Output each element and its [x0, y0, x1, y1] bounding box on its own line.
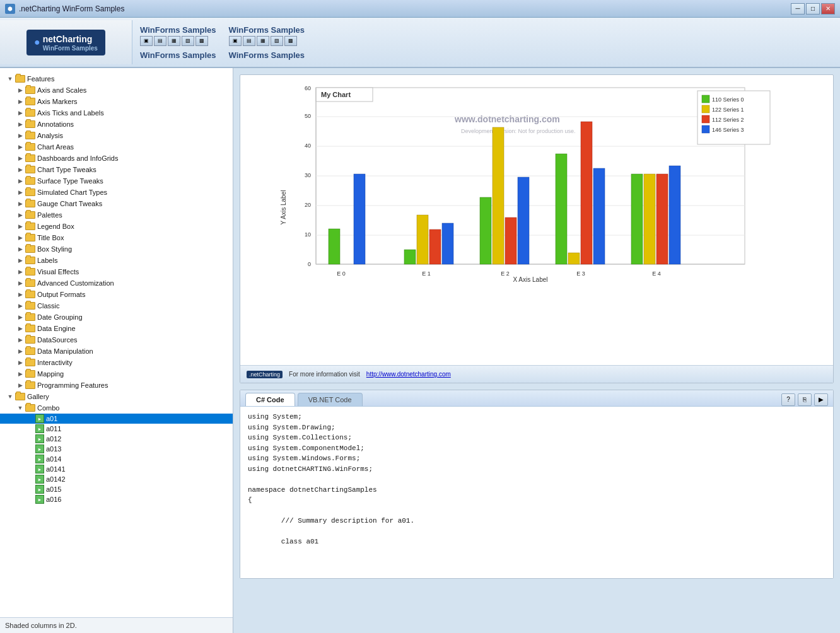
tree-item-a014[interactable]: ►a014: [0, 454, 233, 464]
tree-item-data-manipulation[interactable]: ▶Data Manipulation: [0, 346, 233, 357]
tree-item-chart-areas[interactable]: ▶Chart Areas: [0, 141, 233, 153]
expand-icon-features[interactable]: ▼: [5, 74, 15, 84]
tree-item-a01[interactable]: ►a01: [0, 414, 233, 424]
tree-item-output-formats[interactable]: ▶Output Formats: [0, 289, 233, 300]
nav-icon-btn-5[interactable]: ▩: [195, 36, 208, 46]
nav-label-2[interactable]: WinForms Samples: [229, 25, 305, 35]
nav-icon-btn-6[interactable]: ▣: [229, 36, 242, 46]
minimize-button[interactable]: ─: [791, 3, 805, 15]
nav-label-3[interactable]: WinForms Samples: [140, 50, 216, 60]
tree-item-box-styling[interactable]: ▶Box Styling: [0, 243, 233, 255]
expand-icon-combo[interactable]: ▼: [15, 403, 25, 413]
tab-csharp[interactable]: C# Code: [245, 393, 295, 406]
nav-icon-btn-2[interactable]: ▤: [154, 36, 166, 46]
expand-icon-palettes[interactable]: ▶: [15, 210, 25, 220]
tree-item-axis-scales[interactable]: ▶Axis and Scales: [0, 84, 233, 96]
expand-icon-classic[interactable]: ▶: [15, 301, 25, 311]
expand-icon-legend-box[interactable]: ▶: [15, 221, 25, 231]
tree-item-dashboards[interactable]: ▶Dashboards and InfoGrids: [0, 153, 233, 164]
expand-icon-axis-ticks[interactable]: ▶: [15, 108, 25, 118]
item-label-title-box: Title Box: [37, 234, 64, 241]
tree-item-data-engine[interactable]: ▶Data Engine: [0, 323, 233, 334]
tree-item-a016[interactable]: ►a016: [0, 494, 233, 504]
expand-icon-surface-type-tweaks[interactable]: ▶: [15, 176, 25, 186]
tree-item-a015[interactable]: ►a015: [0, 484, 233, 494]
tree-item-classic[interactable]: ▶Classic: [0, 300, 233, 311]
code-content[interactable]: using System; using System.Drawing; usin…: [240, 407, 833, 578]
expand-icon-interactivity[interactable]: ▶: [15, 357, 25, 368]
nav-icon-btn-4[interactable]: ▧: [182, 36, 194, 46]
footer-url[interactable]: http://www.dotnetcharting.com: [366, 371, 451, 378]
tree-item-axis-markers[interactable]: ▶Axis Markers: [0, 96, 233, 107]
expand-icon-labels[interactable]: ▶: [15, 255, 25, 265]
tree-item-a013[interactable]: ►a013: [0, 444, 233, 454]
expand-icon-simulated-chart[interactable]: ▶: [15, 187, 25, 197]
tree-item-title-box[interactable]: ▶Title Box: [0, 232, 233, 243]
expand-icon-advanced-customization[interactable]: ▶: [15, 278, 25, 288]
tree-item-a011[interactable]: ►a011: [0, 424, 233, 434]
tree-item-programming-features[interactable]: ▶Programming Features: [0, 380, 233, 391]
expand-icon-analysis[interactable]: ▶: [15, 131, 25, 141]
window-title: .netCharting WinForm Samples: [19, 4, 124, 13]
tree-item-annotations[interactable]: ▶Annotations: [0, 119, 233, 130]
tab-vbnet[interactable]: VB.NET Code: [298, 393, 363, 406]
expand-icon-axis-markers[interactable]: ▶: [15, 96, 25, 107]
tree-item-axis-ticks[interactable]: ▶Axis Ticks and Labels: [0, 107, 233, 119]
tree-item-interactivity[interactable]: ▶Interactivity: [0, 357, 233, 368]
file-icon-a015: ►: [35, 485, 44, 494]
nav-label-1[interactable]: WinForms Samples: [140, 25, 216, 35]
close-button[interactable]: ✕: [821, 3, 835, 15]
tree-item-legend-box[interactable]: ▶Legend Box: [0, 221, 233, 232]
nav-icon-btn-3[interactable]: ▦: [168, 36, 180, 46]
expand-icon-data-manipulation[interactable]: ▶: [15, 346, 25, 356]
tree-item-labels[interactable]: ▶Labels: [0, 255, 233, 266]
expand-icon-datasources[interactable]: ▶: [15, 335, 25, 345]
expand-icon-axis-scales[interactable]: ▶: [15, 85, 25, 95]
tree-item-features[interactable]: ▼Features: [0, 73, 233, 84]
expand-icon-output-formats[interactable]: ▶: [15, 289, 25, 299]
tree-item-mapping[interactable]: ▶Mapping: [0, 368, 233, 380]
tree-item-combo[interactable]: ▼Combo: [0, 402, 233, 414]
copy-button[interactable]: ⎘: [798, 393, 812, 406]
tree-item-gauge-chart[interactable]: ▶Gauge Chart Tweaks: [0, 198, 233, 209]
expand-icon-annotations[interactable]: ▶: [15, 119, 25, 129]
nav-label-4[interactable]: WinForms Samples: [229, 50, 305, 60]
tree-item-simulated-chart[interactable]: ▶Simulated Chart Types: [0, 187, 233, 198]
expand-icon-title-box[interactable]: ▶: [15, 233, 25, 243]
tree-item-gallery[interactable]: ▼Gallery: [0, 391, 233, 402]
run-button[interactable]: ▶: [814, 393, 828, 406]
tree-item-surface-type-tweaks[interactable]: ▶Surface Type Tweaks: [0, 175, 233, 187]
help-button[interactable]: ?: [781, 393, 795, 406]
expand-icon-date-grouping[interactable]: ▶: [15, 312, 25, 322]
tree-item-analysis[interactable]: ▶Analysis: [0, 130, 233, 141]
tree-item-date-grouping[interactable]: ▶Date Grouping: [0, 311, 233, 323]
tree-item-visual-effects[interactable]: ▶Visual Effects: [0, 266, 233, 277]
expand-icon-chart-type-tweaks[interactable]: ▶: [15, 165, 25, 175]
nav-icon-btn-7[interactable]: ▤: [243, 36, 255, 46]
tree-item-a0142[interactable]: ►a0142: [0, 474, 233, 484]
expand-icon-box-styling[interactable]: ▶: [15, 244, 25, 254]
folder-icon-simulated-chart: [25, 189, 35, 196]
expand-icon-gauge-chart[interactable]: ▶: [15, 199, 25, 209]
expand-icon-data-engine[interactable]: ▶: [15, 323, 25, 334]
svg-text:50: 50: [305, 113, 311, 119]
tree-item-a0141[interactable]: ►a0141: [0, 464, 233, 474]
tree-item-datasources[interactable]: ▶DataSources: [0, 334, 233, 346]
folder-icon-data-manipulation: [25, 347, 35, 355]
tree-item-advanced-customization[interactable]: ▶Advanced Customization: [0, 277, 233, 289]
nav-icon-btn-8[interactable]: ▦: [257, 36, 269, 46]
nav-icon-btn-10[interactable]: ▩: [284, 36, 297, 46]
svg-text:146  Series 3: 146 Series 3: [712, 127, 744, 133]
tree-item-palettes[interactable]: ▶Palettes: [0, 209, 233, 221]
nav-icon-btn-1[interactable]: ▣: [140, 36, 153, 46]
expand-icon-dashboards[interactable]: ▶: [15, 153, 25, 163]
tree-item-chart-type-tweaks[interactable]: ▶Chart Type Tweaks: [0, 164, 233, 175]
expand-icon-mapping[interactable]: ▶: [15, 369, 25, 379]
tree-item-a012[interactable]: ►a012: [0, 434, 233, 444]
maximize-button[interactable]: □: [806, 3, 820, 15]
nav-icon-btn-9[interactable]: ▧: [271, 36, 283, 46]
expand-icon-programming-features[interactable]: ▶: [15, 380, 25, 390]
expand-icon-gallery[interactable]: ▼: [5, 392, 15, 402]
expand-icon-visual-effects[interactable]: ▶: [15, 267, 25, 277]
expand-icon-chart-areas[interactable]: ▶: [15, 142, 25, 152]
